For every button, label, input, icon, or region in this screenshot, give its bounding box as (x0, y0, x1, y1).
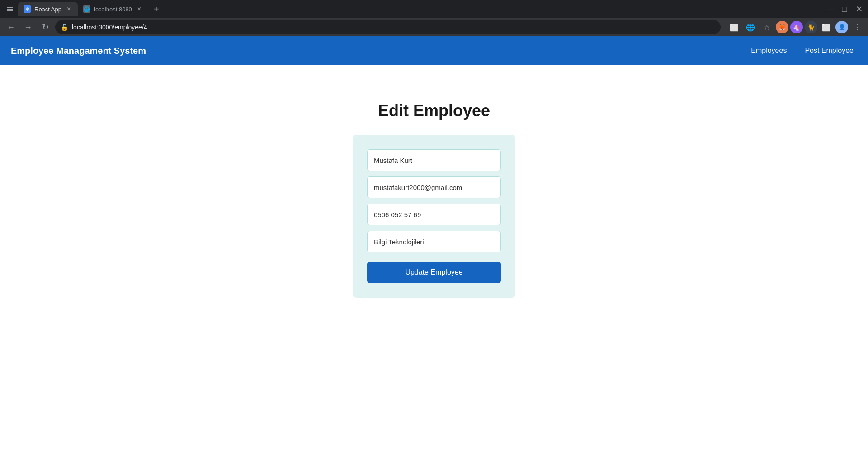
address-bar[interactable]: 🔒 localhost:3000/employee/4 (55, 20, 721, 34)
window-controls: — □ ✕ (825, 4, 864, 14)
tab-close-localhost[interactable]: ✕ (136, 5, 143, 13)
translate-button[interactable]: 🌐 (743, 20, 758, 34)
email-input[interactable] (367, 176, 501, 198)
nav-links: Employees Post Employee (747, 45, 857, 57)
browser-actions: ⬜ 🌐 ☆ 🦊 🦄 🐈 ⬜ 👤 ⋮ (727, 20, 864, 34)
minimize-button[interactable]: — (825, 4, 835, 14)
tab-localhost[interactable]: 🌐 localhost:8080 ✕ (78, 2, 148, 16)
phone-field-group (367, 204, 501, 225)
bookmark-button[interactable]: ☆ (760, 20, 774, 34)
name-input[interactable] (367, 149, 501, 171)
name-field-group (367, 149, 501, 171)
tab-list-button[interactable] (4, 3, 16, 15)
refresh-button[interactable]: ↻ (38, 20, 52, 34)
post-employee-link[interactable]: Post Employee (801, 45, 857, 57)
tab-title-localhost: localhost:8080 (94, 6, 132, 13)
department-field-group (367, 231, 501, 252)
email-field-group (367, 176, 501, 198)
employees-link[interactable]: Employees (747, 45, 790, 57)
edit-form-container: Edit Employee Update Employee (353, 101, 515, 298)
tab-favicon-localhost: 🌐 (83, 5, 90, 13)
menu-button[interactable]: ⋮ (850, 20, 864, 34)
app-navbar: Employee Managament System Employees Pos… (0, 36, 868, 65)
department-input[interactable] (367, 231, 501, 252)
tab-react-app[interactable]: ⚛ React App ✕ (18, 2, 78, 16)
screen-cast-button[interactable]: ⬜ (727, 20, 741, 34)
user-avatar[interactable]: 👤 (835, 21, 848, 33)
profile-avatar-3[interactable]: 🐈 (805, 21, 817, 33)
profile-avatar-2[interactable]: 🦄 (790, 21, 803, 33)
tab-title-react: React App (34, 6, 61, 13)
lock-icon: 🔒 (61, 24, 68, 31)
main-content: Edit Employee Update Employee (0, 65, 868, 466)
maximize-button[interactable]: □ (839, 4, 850, 14)
browser-chrome: ⚛ React App ✕ 🌐 localhost:8080 ✕ + — □ ✕… (0, 0, 868, 36)
update-employee-button[interactable]: Update Employee (367, 262, 501, 283)
app-brand: Employee Managament System (11, 46, 747, 56)
extensions-button[interactable]: ⬜ (819, 20, 834, 34)
profile-avatar[interactable]: 🦊 (776, 21, 788, 33)
edit-card: Update Employee (353, 135, 515, 298)
address-url: localhost:3000/employee/4 (72, 24, 715, 31)
tab-favicon-react: ⚛ (24, 5, 31, 13)
page-title: Edit Employee (353, 101, 515, 120)
close-button[interactable]: ✕ (854, 4, 864, 14)
forward-button[interactable]: → (21, 20, 35, 34)
tab-bar: ⚛ React App ✕ 🌐 localhost:8080 ✕ + — □ ✕ (0, 0, 868, 18)
new-tab-button[interactable]: + (150, 3, 163, 15)
address-bar-row: ← → ↻ 🔒 localhost:3000/employee/4 ⬜ 🌐 ☆ … (0, 18, 868, 36)
tab-close-react[interactable]: ✕ (65, 5, 72, 13)
back-button[interactable]: ← (4, 20, 18, 34)
phone-input[interactable] (367, 204, 501, 225)
